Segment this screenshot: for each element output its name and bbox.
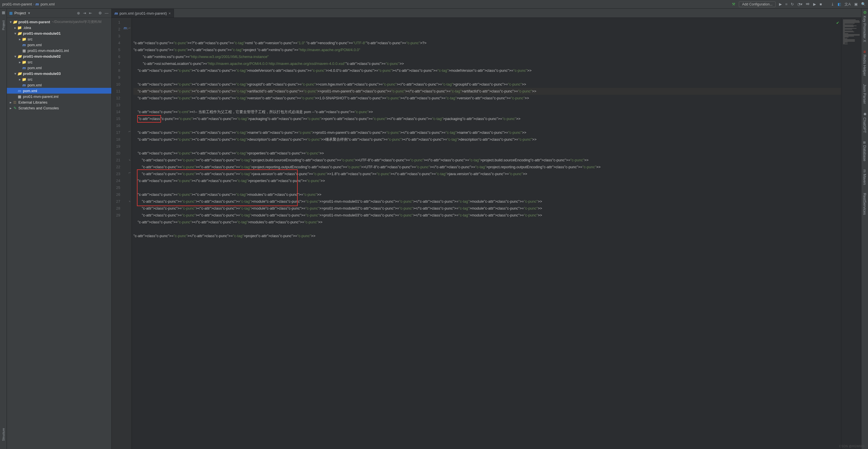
code-line[interactable]: "c-attr">class"c-punc">="c-punc"><"c-att…: [133, 163, 841, 171]
lineno[interactable]: 10: [112, 81, 124, 88]
tree-arrow-icon[interactable]: ▸: [18, 37, 22, 41]
project-tree[interactable]: ▾📁pro01-mvn-parent~/Documents/yanAn/学习资料…: [7, 18, 112, 449]
tree-arrow-icon[interactable]: ▾: [9, 20, 12, 24]
stop-icon[interactable]: ■: [819, 2, 822, 6]
code-line[interactable]: [133, 101, 841, 109]
lineno[interactable]: 18: [112, 136, 124, 143]
lineno[interactable]: 14: [112, 109, 124, 115]
expand-all-icon[interactable]: ⇥: [82, 10, 87, 16]
code-line[interactable]: [133, 74, 841, 81]
lineno[interactable]: 2: [112, 26, 124, 33]
lineno[interactable]: 3: [112, 33, 124, 40]
lineno[interactable]: 15: [112, 115, 124, 122]
fold-handle[interactable]: [128, 73, 131, 80]
code-line[interactable]: "c-attr">class"c-punc">="c-punc"></"c-at…: [133, 177, 841, 184]
code-area[interactable]: ✔ "c-attr">class"c-punc">="c-punc"><?"c-…: [132, 18, 841, 449]
fold-handle[interactable]: ⌐: [128, 25, 131, 32]
tree-arrow-icon[interactable]: ▾: [13, 71, 17, 76]
code-line[interactable]: "c-attr">class"c-punc">="c-punc"><"c-att…: [133, 129, 841, 136]
fold-handle[interactable]: [128, 66, 131, 73]
lineno[interactable]: 19: [112, 143, 124, 150]
translate-icon[interactable]: 文A: [844, 2, 851, 7]
code-line[interactable]: [133, 122, 841, 129]
fold-handle[interactable]: [128, 38, 131, 46]
code-line[interactable]: "c-attr">class"c-punc">="c-punc"><"c-att…: [133, 191, 841, 198]
code-line[interactable]: "c-attr">class"c-punc">="c-punc"><"c-att…: [133, 67, 841, 74]
gear-icon[interactable]: ⚙: [98, 10, 102, 16]
tree-arrow-icon[interactable]: ▾: [13, 31, 17, 36]
fold-handle[interactable]: [128, 190, 131, 197]
code-line[interactable]: [133, 226, 841, 233]
fold-handle[interactable]: [128, 18, 131, 25]
fold-gutter[interactable]: ⌐⌐⌞⌐⌞: [128, 18, 132, 449]
lineno[interactable]: 7: [112, 60, 124, 67]
code-line[interactable]: "c-attr">class"c-punc">="c-punc"><"c-att…: [133, 81, 841, 88]
tree-row[interactable]: mpom.xml: [7, 82, 112, 88]
toolwindow-tab-rest[interactable]: RestServices: [863, 193, 867, 215]
toolwindow-tab-structure[interactable]: Structure: [2, 428, 5, 441]
tree-arrow-icon[interactable]: ▾: [13, 54, 17, 59]
breadcrumb-root[interactable]: pro01-mvn-parent: [2, 2, 32, 6]
layout-icon[interactable]: ▣: [854, 2, 858, 6]
tree-row[interactable]: ▦pro01-mvn-module01.iml: [7, 48, 112, 53]
lineno[interactable]: 16: [112, 122, 124, 129]
project-toolwindow-icon[interactable]: ▦: [2, 10, 5, 14]
fold-handle[interactable]: [128, 32, 131, 38]
lineno[interactable]: 12: [112, 95, 124, 101]
tree-arrow-icon[interactable]: ▸: [18, 77, 22, 82]
lineno[interactable]: 28: [112, 205, 124, 212]
code-line[interactable]: "c-attr">xsi:schemaLocation"c-punc">="ht…: [133, 60, 841, 67]
fold-handle[interactable]: ⌞: [128, 156, 131, 162]
toolwindow-tab-chatgpt[interactable]: ✺ChatGPT: [863, 112, 867, 133]
fold-handle[interactable]: [128, 108, 131, 114]
lineno[interactable]: 27: [112, 198, 124, 205]
fold-handle[interactable]: ⌐: [128, 128, 131, 135]
fold-handle[interactable]: [128, 80, 131, 87]
code-line[interactable]: "c-attr">class"c-punc">="c-punc"><"c-att…: [133, 136, 841, 143]
hammer-icon[interactable]: ⚒: [732, 2, 735, 6]
tree-row[interactable]: ▸�⃞External Libraries: [7, 99, 112, 105]
tree-row[interactable]: ▸📁src: [7, 59, 112, 65]
tree-row[interactable]: ▾📁pro01-mvn-parent~/Documents/yanAn/学习资料…: [7, 19, 112, 25]
fold-handle[interactable]: [128, 162, 131, 169]
code-line[interactable]: "c-attr">class"c-punc">="c-punc"><"c-att…: [133, 47, 841, 53]
close-icon[interactable]: ×: [168, 11, 171, 16]
fold-handle[interactable]: [128, 176, 131, 183]
toolwindow-tab-maven[interactable]: mMaven: [863, 169, 867, 185]
fold-handle[interactable]: ⌞: [128, 197, 131, 204]
tree-arrow-icon[interactable]: ▸: [9, 106, 12, 110]
code-line[interactable]: "c-attr">class"c-punc">="c-cmt"><!-- 当前工…: [133, 109, 841, 115]
git-update-icon[interactable]: ⤓: [831, 2, 834, 6]
fold-handle[interactable]: [128, 59, 131, 66]
toolwindow-tab-keypromoter[interactable]: ❂Key Promoter X: [863, 10, 867, 42]
profile-icon[interactable]: ◔▾: [797, 2, 803, 6]
code-line[interactable]: "c-attr">class"c-punc">="c-punc"><"c-att…: [133, 95, 841, 101]
fold-handle[interactable]: [128, 183, 131, 190]
toolwindow-tab-jsonparser[interactable]: Json Parser: [863, 84, 867, 104]
code-line[interactable]: [133, 143, 841, 150]
run-anything-icon[interactable]: ▶: [813, 2, 816, 6]
fold-handle[interactable]: [128, 87, 131, 94]
tree-arrow-icon[interactable]: ▸: [9, 100, 12, 104]
toolwindow-tab-project[interactable]: Project: [2, 20, 5, 30]
tree-row[interactable]: ▾📁pro01-mvn-module03: [7, 71, 112, 77]
code-line[interactable]: "c-attr">class"c-punc">="c-punc"><"c-att…: [133, 198, 841, 205]
code-line[interactable]: "c-attr">class"c-punc">="c-punc"><"c-att…: [133, 150, 841, 157]
tree-row[interactable]: ▸📁.idea: [7, 25, 112, 30]
tree-row[interactable]: ▦pro01-mvn-parent.iml: [7, 94, 112, 99]
fold-handle[interactable]: [128, 135, 131, 142]
lineno[interactable]: 22: [112, 163, 124, 171]
select-opened-file-icon[interactable]: ⊕: [76, 10, 81, 16]
tree-arrow-icon[interactable]: ▸: [18, 60, 22, 64]
fold-handle[interactable]: [128, 52, 131, 59]
code-line[interactable]: "c-attr">class"c-punc">="c-punc"><"c-att…: [133, 212, 841, 219]
code-line[interactable]: [133, 184, 841, 191]
tree-row[interactable]: ▸📁src: [7, 36, 112, 42]
lineno[interactable]: 20: [112, 150, 124, 157]
code-line[interactable]: "c-attr">xmlns:xsi"c-punc">="http://www.…: [133, 53, 841, 60]
hide-icon[interactable]: —: [104, 10, 109, 16]
lineno[interactable]: 17: [112, 129, 124, 136]
tree-row[interactable]: ▾📁pro01-mvn-module01: [7, 30, 112, 36]
lineno[interactable]: 6: [112, 53, 124, 60]
tree-arrow-icon[interactable]: ▸: [13, 26, 17, 30]
